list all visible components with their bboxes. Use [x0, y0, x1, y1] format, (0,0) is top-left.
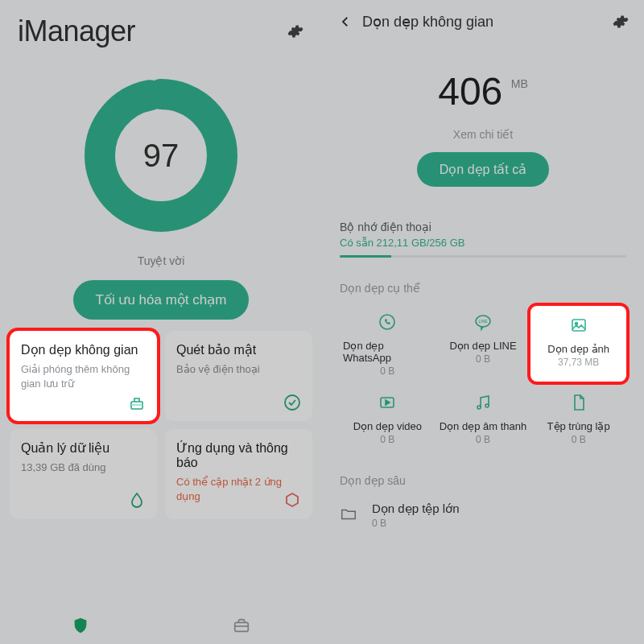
- clean-all-button[interactable]: Dọn dẹp tất cả: [417, 152, 549, 187]
- storage-title: Bộ nhớ điện thoại: [340, 221, 626, 233]
- gear-icon[interactable]: [612, 13, 630, 31]
- specific-cleanup-label: Dọn dẹp cụ thể: [340, 282, 626, 295]
- deep-large-files[interactable]: Dọn dẹp tệp lớn 0 B: [340, 498, 626, 532]
- hexagon-icon: [282, 490, 303, 511]
- broom-icon: [126, 392, 147, 413]
- svg-point-3: [285, 395, 299, 410]
- score-caption: Tuyệt vời: [138, 254, 185, 267]
- option-title: Dọn dẹp WhatsApp: [343, 340, 432, 364]
- option-audio[interactable]: Dọn dẹp âm thanh 0 B: [436, 386, 531, 450]
- tile-title: Quản lý dữ liệu: [21, 440, 146, 456]
- option-subtitle: 0 B: [380, 365, 394, 377]
- nav-shield-icon[interactable]: [70, 615, 91, 636]
- optimize-button[interactable]: Tối ưu hóa một chạm: [73, 280, 250, 320]
- app-title: iManager: [18, 14, 135, 48]
- storage-subtitle: Có sẵn 212,11 GB/256 GB: [340, 237, 626, 249]
- cleanable-unit: MB: [511, 77, 528, 90]
- storage-bar-fill: [340, 255, 391, 258]
- music-icon: [472, 391, 494, 414]
- imanager-home-screen: iManager 97 Tuyệt vời Tối ưu hóa một chạ…: [0, 0, 322, 644]
- whatsapp-icon: [376, 311, 398, 333]
- view-detail-link[interactable]: Xem chi tiết: [322, 128, 644, 141]
- file-icon: [568, 391, 590, 414]
- cleanup-space-screen: Dọn dẹp không gian 406 MB Xem chi tiết D…: [322, 0, 644, 644]
- score-ring: 97: [85, 79, 237, 232]
- option-photos[interactable]: Dọn dẹp ảnh 37,73 MB: [530, 306, 626, 382]
- option-subtitle: 37,73 MB: [558, 357, 599, 368]
- svg-rect-4: [235, 622, 249, 631]
- option-subtitle: 0 B: [572, 434, 586, 445]
- option-whatsapp[interactable]: Dọn dẹp WhatsApp 0 B: [340, 306, 436, 382]
- option-duplicates[interactable]: Tệp trùng lặp 0 B: [530, 386, 626, 450]
- option-title: Dọn dẹp video: [353, 420, 422, 432]
- option-title: Dọn dẹp LINE: [449, 340, 516, 352]
- option-title: Tệp trùng lặp: [547, 420, 610, 432]
- option-subtitle: 0 B: [476, 353, 490, 365]
- nav-toolbox-icon[interactable]: [231, 615, 252, 636]
- tile-title: Quét bảo mật: [176, 342, 301, 357]
- tile-subtitle: 13,39 GB đã dùng: [21, 460, 146, 475]
- right-header: Dọn dẹp không gian: [322, 0, 644, 37]
- tile-subtitle: Bảo vệ điện thoại: [176, 362, 301, 377]
- bottom-nav: [0, 605, 322, 644]
- deep-text: Dọn dẹp tệp lớn 0 B: [372, 502, 460, 529]
- deep-cleanup-label: Dọn dẹp sâu: [340, 474, 626, 487]
- option-title: Dọn dẹp âm thanh: [440, 420, 527, 432]
- back-icon[interactable]: [336, 13, 354, 31]
- video-icon: [376, 391, 398, 414]
- deep-title: Dọn dẹp tệp lớn: [372, 502, 460, 516]
- tile-data-management[interactable]: Quản lý dữ liệu 13,39 GB đã dùng: [10, 429, 157, 519]
- option-subtitle: 0 B: [380, 434, 394, 445]
- svg-point-12: [485, 404, 489, 407]
- right-screen-title: Dọn dẹp không gian: [362, 13, 604, 31]
- tile-security-scan[interactable]: Quét bảo mật Bảo vệ điện thoại: [165, 331, 312, 421]
- tile-title: Ứng dụng và thông báo: [176, 440, 301, 470]
- storage-section: Bộ nhớ điện thoại Có sẵn 212,11 GB/256 G…: [322, 221, 644, 532]
- cleanup-options-grid: Dọn dẹp WhatsApp 0 B LINE Dọn dẹp LINE 0…: [340, 306, 626, 450]
- cleanup-summary: 406 MB Xem chi tiết Dọn dẹp tất cả: [322, 37, 644, 195]
- svg-text:LINE: LINE: [478, 319, 488, 324]
- deep-subtitle: 0 B: [372, 518, 460, 529]
- option-video[interactable]: Dọn dẹp video 0 B: [340, 386, 436, 450]
- tile-subtitle: Giải phóng thêm không gian lưu trữ: [21, 362, 146, 390]
- drop-icon: [126, 490, 147, 511]
- score-area: 97 Tuyệt vời Tối ưu hóa một chạm: [0, 55, 322, 320]
- storage-bar: [340, 255, 626, 258]
- shield-check-icon: [282, 392, 303, 413]
- tile-apps-notifications[interactable]: Ứng dụng và thông báo Có thể cập nhật 2 …: [165, 429, 312, 519]
- tile-title: Dọn dẹp không gian: [21, 342, 146, 357]
- image-icon: [568, 314, 590, 336]
- score-number: 97: [85, 79, 237, 232]
- option-line[interactable]: LINE Dọn dẹp LINE 0 B: [436, 306, 531, 382]
- tiles-grid: Dọn dẹp không gian Giải phóng thêm không…: [0, 320, 322, 519]
- gear-icon[interactable]: [287, 23, 304, 40]
- folder-icon: [340, 505, 361, 526]
- option-title: Dọn dẹp ảnh: [547, 343, 609, 355]
- left-header: iManager: [0, 0, 322, 55]
- svg-rect-8: [572, 320, 585, 331]
- tile-clean-space[interactable]: Dọn dẹp không gian Giải phóng thêm không…: [10, 331, 157, 421]
- svg-point-11: [477, 406, 481, 409]
- option-subtitle: 0 B: [476, 434, 490, 445]
- cleanable-size: 406: [438, 69, 502, 114]
- line-icon: LINE: [472, 311, 494, 333]
